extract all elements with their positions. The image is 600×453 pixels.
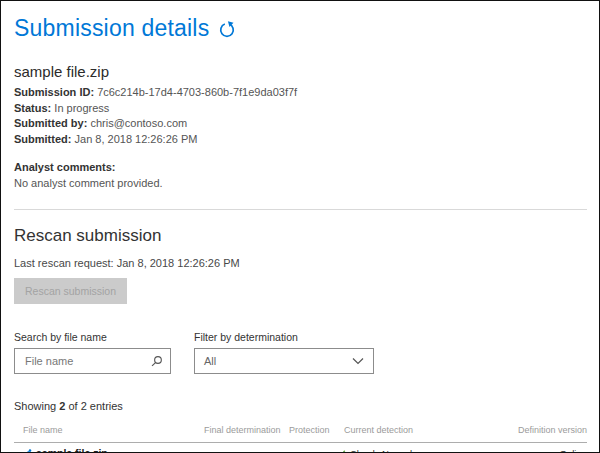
rescan-submission-button[interactable]: Rescan submission	[14, 278, 127, 304]
filter-label: Filter by determination	[194, 331, 374, 343]
analyst-comments-value: No analyst comment provided.	[14, 177, 163, 189]
protection-cell: Cloud Client	[289, 447, 344, 453]
page-title: Submission details	[14, 15, 209, 42]
search-label: Search by file name	[14, 331, 171, 343]
submitted-file-name: sample file.zip	[14, 63, 587, 80]
search-input-box	[14, 348, 171, 374]
submission-summary: Submission ID: 7c6c214b-17d4-4703-860b-7…	[14, 85, 587, 147]
col-definition-version: Definition version	[467, 425, 587, 435]
search-control: Search by file name	[14, 331, 171, 374]
last-rescan-request: Last rescan request: Jan 8, 2018 12:26:2…	[14, 257, 587, 269]
rescan-heading: Rescan submission	[14, 226, 587, 246]
submission-id-row: Submission ID: 7c6c214b-17d4-4703-860b-7…	[14, 85, 587, 101]
submission-details-page: Submission details sample file.zip Submi…	[0, 0, 600, 453]
shown-count: 2	[59, 400, 65, 412]
search-icon[interactable]	[150, 355, 163, 368]
submitted-by-row: Submitted by: chris@contoso.com	[14, 116, 587, 132]
status-row: Status: In progress	[14, 101, 587, 117]
search-input[interactable]	[23, 354, 150, 368]
version-cloud: Online	[467, 447, 587, 453]
definition-version-cell: Online 1.259.1345.0	[467, 447, 587, 453]
table-header: File name Final determination Protection…	[14, 421, 587, 443]
results-count: Showing 2 of 2 entries	[14, 400, 587, 412]
last-rescan-value: Jan 8, 2018 12:26:26 PM	[117, 257, 240, 269]
section-divider	[14, 209, 587, 210]
file-name[interactable]: sample file.zip	[36, 447, 108, 453]
table-row[interactable]: sample file.zip / Pending Cloud Client	[14, 443, 587, 453]
results-table: File name Final determination Protection…	[14, 421, 587, 453]
file-icon	[23, 449, 32, 453]
analyst-comments-label: Analyst comments:	[14, 161, 115, 173]
filter-control: Filter by determination All	[194, 331, 374, 374]
page-header: Submission details	[14, 15, 587, 42]
col-final-determination: Final determination	[204, 425, 289, 435]
filter-determination-select[interactable]: All	[194, 348, 374, 374]
filter-controls: Search by file name Filter by determinat…	[14, 331, 587, 374]
col-file-name: File name	[14, 425, 204, 435]
current-detection-cell: No malware detected No malware detected	[344, 447, 467, 453]
col-protection: Protection	[289, 425, 344, 435]
file-cell: sample file.zip /	[14, 447, 204, 453]
filter-selected-value: All	[204, 355, 216, 367]
submitted-date-row: Submitted: Jan 8, 2018 12:26:26 PM	[14, 132, 587, 148]
chevron-down-icon	[352, 357, 364, 365]
col-current-detection: Current detection	[344, 425, 467, 435]
analyst-comments-block: Analyst comments: No analyst comment pro…	[14, 160, 587, 191]
refresh-icon[interactable]	[218, 21, 236, 39]
detection-cloud: No malware detected	[382, 447, 467, 453]
last-rescan-label: Last rescan request:	[14, 257, 114, 269]
